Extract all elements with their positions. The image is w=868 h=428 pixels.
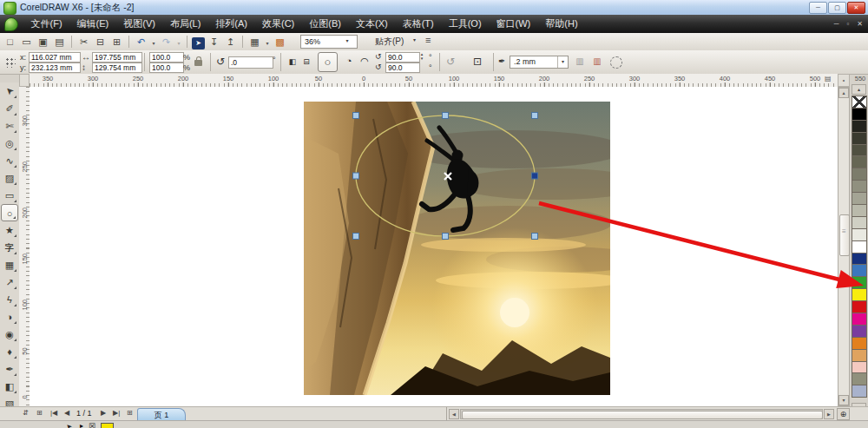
- menu-item-1[interactable]: 文件(F): [23, 15, 69, 33]
- minimize-button[interactable]: ─: [809, 2, 827, 14]
- menu-item-12[interactable]: 帮助(H): [538, 15, 585, 33]
- mirror-vertical-button[interactable]: ⊟: [300, 56, 312, 68]
- hscroll-left-icon[interactable]: ◀: [449, 409, 459, 419]
- doc-minimize-icon[interactable]: ─: [834, 20, 839, 28]
- x-position-field[interactable]: 116.027 mm: [29, 52, 81, 63]
- crop-tool[interactable]: ✄: [1, 117, 18, 135]
- palette-swatch-gray-20[interactable]: [852, 204, 867, 217]
- palette-swatch-red[interactable]: [852, 300, 867, 313]
- copy-button[interactable]: ⊟: [93, 34, 108, 49]
- doc-restore-icon[interactable]: ▫: [846, 20, 849, 28]
- scroll-corner-button[interactable]: •: [838, 74, 850, 87]
- menu-item-3[interactable]: 视图(V): [116, 15, 163, 33]
- palette-swatch-purple[interactable]: [852, 325, 867, 338]
- palette-swatch-tan[interactable]: [852, 349, 867, 362]
- object-height-field[interactable]: 129.754 mm: [92, 63, 142, 73]
- palette-swatch-blue[interactable]: [852, 264, 867, 277]
- add-page-before[interactable]: ⊞: [36, 409, 43, 417]
- pie-mode-button[interactable]: ◔: [342, 55, 356, 68]
- scale-x-field[interactable]: 100.0: [149, 52, 184, 63]
- shape-tool[interactable]: ✐: [1, 100, 18, 117]
- polygon-tool[interactable]: ★: [1, 221, 18, 239]
- palette-scroll-up-icon[interactable]: ▴: [852, 84, 866, 95]
- options-button[interactable]: ≡: [425, 35, 431, 45]
- contour-tool[interactable]: ◉: [1, 326, 18, 343]
- palette-swatch-gray-30[interactable]: [852, 192, 867, 205]
- add-page-after[interactable]: ⊞: [127, 409, 133, 417]
- text-tool[interactable]: 字: [1, 239, 18, 256]
- palette-swatch-magenta[interactable]: [852, 313, 867, 326]
- pick-tool[interactable]: ➤: [1, 82, 18, 100]
- handle-bottom-right[interactable]: [532, 234, 538, 240]
- menu-item-4[interactable]: 布局(L): [162, 15, 207, 33]
- freehand-tool[interactable]: ∿: [1, 152, 18, 169]
- maximize-button[interactable]: ▢: [828, 2, 846, 14]
- palette-swatch-blue-gray[interactable]: [852, 385, 867, 398]
- palette-swatch-yellow[interactable]: [852, 288, 867, 301]
- outline-width-combo[interactable]: .2 mm ▾: [510, 56, 569, 69]
- rotation-angle-field[interactable]: .0: [228, 56, 273, 69]
- welcome-screen-button[interactable]: ▩: [273, 34, 287, 49]
- horizontal-scrollbar[interactable]: [460, 409, 823, 419]
- ellipse-tool[interactable]: ○: [1, 204, 18, 221]
- open-button[interactable]: ▭: [19, 34, 34, 49]
- undo-dropdown-button[interactable]: ▾: [150, 36, 157, 51]
- menu-item-8[interactable]: 文本(X): [348, 15, 395, 33]
- snap-caret-icon[interactable]: ▾: [413, 36, 416, 43]
- angle-stepper[interactable]: ▴ ▾: [418, 52, 426, 71]
- new-document-button[interactable]: □: [3, 34, 17, 49]
- eyedropper-tool[interactable]: ♦: [1, 343, 18, 360]
- import-button[interactable]: ↧: [207, 34, 221, 49]
- handle-middle-left[interactable]: [353, 173, 359, 179]
- dimension-tool[interactable]: ↗: [1, 273, 18, 291]
- horizontal-scroll-thumb[interactable]: [462, 411, 823, 419]
- palette-swatch-olive-gray[interactable]: [852, 372, 867, 385]
- ellipse-mode-button[interactable]: ○: [318, 52, 338, 72]
- palette-swatch-gray-70[interactable]: [852, 144, 867, 157]
- lock-ratio-button[interactable]: [194, 60, 202, 66]
- vertical-scroll-thumb[interactable]: [839, 214, 850, 256]
- rectangle-tool[interactable]: ▭: [1, 187, 18, 204]
- palette-swatch-gray-50[interactable]: [852, 168, 867, 181]
- handle-bottom-left[interactable]: [353, 234, 359, 240]
- palette-swatch-navy[interactable]: [852, 253, 867, 266]
- handle-top-left[interactable]: [353, 113, 359, 119]
- zoom-tool[interactable]: ◎: [1, 135, 18, 152]
- search-content-button[interactable]: ➤: [192, 37, 205, 49]
- menu-item-11[interactable]: 窗口(W): [489, 15, 538, 33]
- page-tab-1[interactable]: 页 1: [137, 408, 186, 421]
- outline-pen-tool[interactable]: ✒: [1, 360, 18, 378]
- handle-top-middle[interactable]: [443, 113, 449, 119]
- palette-swatch-gray-10[interactable]: [852, 216, 867, 229]
- doc-close-icon[interactable]: ✕: [857, 20, 863, 28]
- scroll-down-icon[interactable]: ▾: [838, 395, 849, 405]
- snap-to-button[interactable]: 贴齐(P): [375, 36, 404, 48]
- edit-properties-button[interactable]: ▥: [590, 55, 604, 69]
- cut-button[interactable]: ✂: [76, 34, 91, 49]
- stepper-down-icon[interactable]: ▾: [421, 56, 424, 61]
- next-page[interactable]: ▶: [101, 409, 106, 417]
- scale-y-field[interactable]: 100.0: [149, 63, 184, 73]
- menu-item-9[interactable]: 表格(T): [395, 15, 441, 33]
- zoom-caret-icon[interactable]: ▾: [342, 35, 352, 47]
- save-button[interactable]: ▣: [36, 34, 50, 49]
- convert-to-curves-button[interactable]: [610, 56, 622, 69]
- vertical-scrollbar[interactable]: ▴ ▾: [838, 87, 850, 406]
- prev-page[interactable]: ◀: [64, 409, 69, 417]
- fill-tool[interactable]: ◧: [1, 378, 18, 395]
- export-button[interactable]: ↥: [223, 34, 238, 49]
- scroll-up-icon[interactable]: ▴: [838, 88, 849, 98]
- climber-photo-object[interactable]: [304, 102, 610, 395]
- print-button[interactable]: ▤: [52, 34, 67, 49]
- page-sorter[interactable]: ⇵: [23, 409, 29, 417]
- arc-mode-button[interactable]: ◠: [358, 55, 372, 68]
- y-position-field[interactable]: 232.123 mm: [29, 63, 81, 73]
- last-page[interactable]: ▶|: [113, 409, 120, 417]
- palette-swatch-white[interactable]: [852, 240, 867, 254]
- palette-swatch-gray-80[interactable]: [852, 132, 867, 145]
- palette-swatch-orange[interactable]: [852, 337, 867, 350]
- handle-middle-right[interactable]: [532, 173, 538, 179]
- navigator-zoom-button[interactable]: ⊕: [837, 408, 850, 420]
- menu-item-2[interactable]: 编辑(E): [69, 15, 116, 33]
- horizontal-ruler[interactable]: 3503002502001501005005010015020025030035…: [30, 74, 838, 88]
